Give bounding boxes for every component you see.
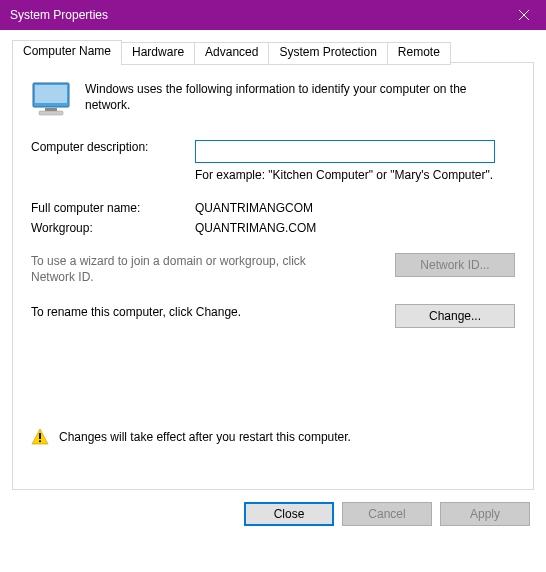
change-button[interactable]: Change... [395,304,515,328]
workgroup-value: QUANTRIMANG.COM [195,221,515,235]
computer-icon [31,81,71,120]
change-text: To rename this computer, click Change. [31,304,241,320]
tab-system-protection[interactable]: System Protection [268,42,387,65]
svg-rect-8 [39,440,41,442]
workgroup-label: Workgroup: [31,221,195,235]
tab-advanced[interactable]: Advanced [194,42,269,65]
svg-rect-7 [39,433,41,439]
tab-computer-name[interactable]: Computer Name [12,40,122,63]
apply-button: Apply [440,502,530,526]
full-name-label: Full computer name: [31,201,195,215]
intro-text: Windows uses the following information t… [85,81,515,120]
description-input[interactable] [195,140,495,163]
network-id-text: To use a wizard to join a domain or work… [31,253,351,285]
warning-row: Changes will take effect after you resta… [31,428,515,446]
tab-hardware[interactable]: Hardware [121,42,195,65]
workgroup-row: Workgroup: QUANTRIMANG.COM [31,221,515,235]
close-icon [519,10,529,20]
full-name-value: QUANTRIMANGCOM [195,201,515,215]
tab-panel-computer-name: Windows uses the following information t… [12,62,534,490]
tab-remote[interactable]: Remote [387,42,451,65]
client-area: Computer Name Hardware Advanced System P… [0,30,546,538]
description-row: Computer description: [31,140,515,163]
tab-strip: Computer Name Hardware Advanced System P… [12,40,534,63]
full-name-row: Full computer name: QUANTRIMANGCOM [31,201,515,215]
dialog-button-bar: Close Cancel Apply [12,502,534,526]
window-title: System Properties [10,8,108,22]
close-button[interactable]: Close [244,502,334,526]
warning-text: Changes will take effect after you resta… [59,430,351,444]
warning-icon [31,428,49,446]
svg-rect-5 [39,111,63,115]
network-id-button: Network ID... [395,253,515,277]
cancel-button: Cancel [342,502,432,526]
intro-section: Windows uses the following information t… [31,81,515,120]
titlebar: System Properties [0,0,546,30]
svg-rect-3 [35,85,67,103]
window-close-button[interactable] [501,0,546,30]
description-example: For example: "Kitchen Computer" or "Mary… [195,167,515,183]
change-row: To rename this computer, click Change. C… [31,304,515,328]
svg-rect-4 [45,108,57,111]
network-id-row: To use a wizard to join a domain or work… [31,253,515,285]
description-label: Computer description: [31,140,195,154]
